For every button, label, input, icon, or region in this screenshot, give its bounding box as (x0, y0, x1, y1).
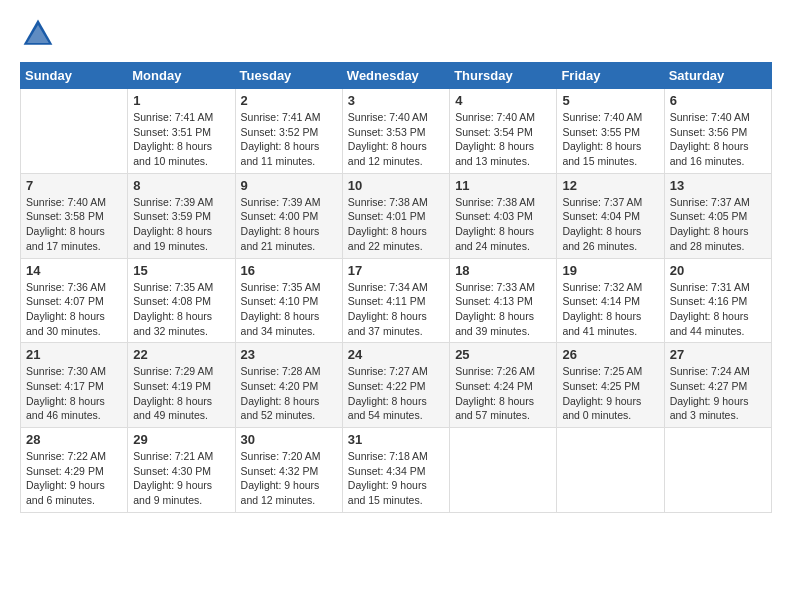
day-header-saturday: Saturday (664, 63, 771, 89)
day-info: Sunrise: 7:25 AM Sunset: 4:25 PM Dayligh… (562, 364, 658, 423)
day-header-thursday: Thursday (450, 63, 557, 89)
day-cell: 25Sunrise: 7:26 AM Sunset: 4:24 PM Dayli… (450, 343, 557, 428)
calendar-table: SundayMondayTuesdayWednesdayThursdayFrid… (20, 62, 772, 513)
day-info: Sunrise: 7:30 AM Sunset: 4:17 PM Dayligh… (26, 364, 122, 423)
day-number: 12 (562, 178, 658, 193)
day-number: 28 (26, 432, 122, 447)
day-cell: 8Sunrise: 7:39 AM Sunset: 3:59 PM Daylig… (128, 173, 235, 258)
day-info: Sunrise: 7:21 AM Sunset: 4:30 PM Dayligh… (133, 449, 229, 508)
header (20, 16, 772, 52)
day-info: Sunrise: 7:31 AM Sunset: 4:16 PM Dayligh… (670, 280, 766, 339)
day-info: Sunrise: 7:33 AM Sunset: 4:13 PM Dayligh… (455, 280, 551, 339)
day-cell: 29Sunrise: 7:21 AM Sunset: 4:30 PM Dayli… (128, 428, 235, 513)
day-info: Sunrise: 7:40 AM Sunset: 3:56 PM Dayligh… (670, 110, 766, 169)
day-cell: 31Sunrise: 7:18 AM Sunset: 4:34 PM Dayli… (342, 428, 449, 513)
day-info: Sunrise: 7:39 AM Sunset: 4:00 PM Dayligh… (241, 195, 337, 254)
day-cell: 2Sunrise: 7:41 AM Sunset: 3:52 PM Daylig… (235, 89, 342, 174)
day-cell: 14Sunrise: 7:36 AM Sunset: 4:07 PM Dayli… (21, 258, 128, 343)
day-header-tuesday: Tuesday (235, 63, 342, 89)
day-cell: 6Sunrise: 7:40 AM Sunset: 3:56 PM Daylig… (664, 89, 771, 174)
day-header-sunday: Sunday (21, 63, 128, 89)
day-number: 31 (348, 432, 444, 447)
day-info: Sunrise: 7:29 AM Sunset: 4:19 PM Dayligh… (133, 364, 229, 423)
day-cell: 30Sunrise: 7:20 AM Sunset: 4:32 PM Dayli… (235, 428, 342, 513)
day-number: 22 (133, 347, 229, 362)
day-info: Sunrise: 7:40 AM Sunset: 3:55 PM Dayligh… (562, 110, 658, 169)
day-cell: 19Sunrise: 7:32 AM Sunset: 4:14 PM Dayli… (557, 258, 664, 343)
page-container: SundayMondayTuesdayWednesdayThursdayFrid… (0, 0, 792, 523)
day-info: Sunrise: 7:32 AM Sunset: 4:14 PM Dayligh… (562, 280, 658, 339)
day-number: 20 (670, 263, 766, 278)
day-cell: 17Sunrise: 7:34 AM Sunset: 4:11 PM Dayli… (342, 258, 449, 343)
day-cell: 7Sunrise: 7:40 AM Sunset: 3:58 PM Daylig… (21, 173, 128, 258)
day-number: 11 (455, 178, 551, 193)
day-info: Sunrise: 7:20 AM Sunset: 4:32 PM Dayligh… (241, 449, 337, 508)
day-info: Sunrise: 7:39 AM Sunset: 3:59 PM Dayligh… (133, 195, 229, 254)
week-row-1: 1Sunrise: 7:41 AM Sunset: 3:51 PM Daylig… (21, 89, 772, 174)
day-number: 26 (562, 347, 658, 362)
day-info: Sunrise: 7:37 AM Sunset: 4:05 PM Dayligh… (670, 195, 766, 254)
day-cell: 9Sunrise: 7:39 AM Sunset: 4:00 PM Daylig… (235, 173, 342, 258)
day-cell: 15Sunrise: 7:35 AM Sunset: 4:08 PM Dayli… (128, 258, 235, 343)
day-number: 2 (241, 93, 337, 108)
day-number: 30 (241, 432, 337, 447)
day-number: 1 (133, 93, 229, 108)
day-cell: 11Sunrise: 7:38 AM Sunset: 4:03 PM Dayli… (450, 173, 557, 258)
day-number: 3 (348, 93, 444, 108)
day-number: 5 (562, 93, 658, 108)
day-cell: 27Sunrise: 7:24 AM Sunset: 4:27 PM Dayli… (664, 343, 771, 428)
day-cell: 21Sunrise: 7:30 AM Sunset: 4:17 PM Dayli… (21, 343, 128, 428)
day-cell (557, 428, 664, 513)
day-cell: 26Sunrise: 7:25 AM Sunset: 4:25 PM Dayli… (557, 343, 664, 428)
day-info: Sunrise: 7:27 AM Sunset: 4:22 PM Dayligh… (348, 364, 444, 423)
day-cell (21, 89, 128, 174)
day-info: Sunrise: 7:40 AM Sunset: 3:58 PM Dayligh… (26, 195, 122, 254)
day-header-friday: Friday (557, 63, 664, 89)
day-number: 6 (670, 93, 766, 108)
day-info: Sunrise: 7:40 AM Sunset: 3:54 PM Dayligh… (455, 110, 551, 169)
day-cell: 3Sunrise: 7:40 AM Sunset: 3:53 PM Daylig… (342, 89, 449, 174)
day-cell: 24Sunrise: 7:27 AM Sunset: 4:22 PM Dayli… (342, 343, 449, 428)
day-info: Sunrise: 7:35 AM Sunset: 4:10 PM Dayligh… (241, 280, 337, 339)
logo (20, 16, 60, 52)
day-number: 25 (455, 347, 551, 362)
day-number: 16 (241, 263, 337, 278)
day-info: Sunrise: 7:41 AM Sunset: 3:51 PM Dayligh… (133, 110, 229, 169)
day-cell: 12Sunrise: 7:37 AM Sunset: 4:04 PM Dayli… (557, 173, 664, 258)
day-cell: 28Sunrise: 7:22 AM Sunset: 4:29 PM Dayli… (21, 428, 128, 513)
day-number: 14 (26, 263, 122, 278)
day-number: 7 (26, 178, 122, 193)
day-cell: 13Sunrise: 7:37 AM Sunset: 4:05 PM Dayli… (664, 173, 771, 258)
day-info: Sunrise: 7:38 AM Sunset: 4:03 PM Dayligh… (455, 195, 551, 254)
day-info: Sunrise: 7:28 AM Sunset: 4:20 PM Dayligh… (241, 364, 337, 423)
day-info: Sunrise: 7:36 AM Sunset: 4:07 PM Dayligh… (26, 280, 122, 339)
day-cell: 18Sunrise: 7:33 AM Sunset: 4:13 PM Dayli… (450, 258, 557, 343)
day-number: 13 (670, 178, 766, 193)
day-number: 10 (348, 178, 444, 193)
day-cell: 22Sunrise: 7:29 AM Sunset: 4:19 PM Dayli… (128, 343, 235, 428)
day-info: Sunrise: 7:37 AM Sunset: 4:04 PM Dayligh… (562, 195, 658, 254)
logo-icon (20, 16, 56, 52)
day-number: 27 (670, 347, 766, 362)
day-info: Sunrise: 7:24 AM Sunset: 4:27 PM Dayligh… (670, 364, 766, 423)
day-header-wednesday: Wednesday (342, 63, 449, 89)
day-number: 19 (562, 263, 658, 278)
day-cell: 5Sunrise: 7:40 AM Sunset: 3:55 PM Daylig… (557, 89, 664, 174)
day-number: 15 (133, 263, 229, 278)
day-number: 17 (348, 263, 444, 278)
day-number: 9 (241, 178, 337, 193)
day-info: Sunrise: 7:41 AM Sunset: 3:52 PM Dayligh… (241, 110, 337, 169)
day-cell (664, 428, 771, 513)
days-header-row: SundayMondayTuesdayWednesdayThursdayFrid… (21, 63, 772, 89)
day-number: 4 (455, 93, 551, 108)
day-info: Sunrise: 7:40 AM Sunset: 3:53 PM Dayligh… (348, 110, 444, 169)
day-info: Sunrise: 7:35 AM Sunset: 4:08 PM Dayligh… (133, 280, 229, 339)
day-number: 29 (133, 432, 229, 447)
day-cell: 1Sunrise: 7:41 AM Sunset: 3:51 PM Daylig… (128, 89, 235, 174)
day-number: 21 (26, 347, 122, 362)
day-info: Sunrise: 7:22 AM Sunset: 4:29 PM Dayligh… (26, 449, 122, 508)
day-info: Sunrise: 7:38 AM Sunset: 4:01 PM Dayligh… (348, 195, 444, 254)
day-number: 24 (348, 347, 444, 362)
day-info: Sunrise: 7:26 AM Sunset: 4:24 PM Dayligh… (455, 364, 551, 423)
day-cell: 10Sunrise: 7:38 AM Sunset: 4:01 PM Dayli… (342, 173, 449, 258)
